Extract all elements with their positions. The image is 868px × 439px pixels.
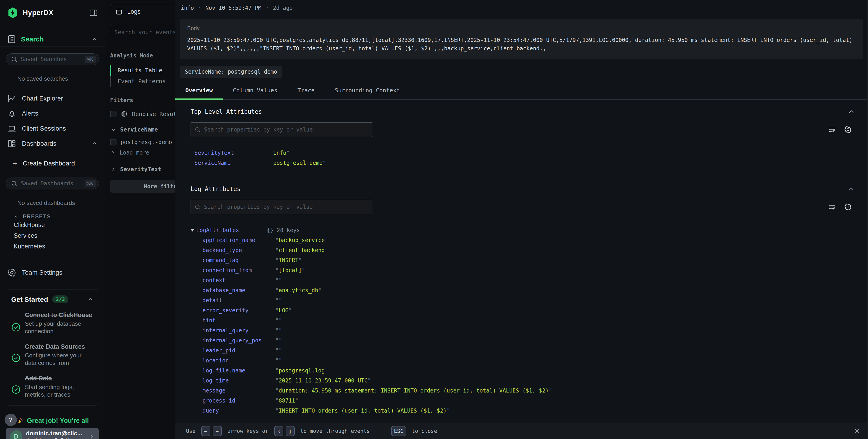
attribute-value[interactable]: "[local]" (275, 267, 305, 274)
denoise-checkbox-row[interactable]: Denoise Results (110, 110, 175, 118)
attribute-key[interactable]: detail (203, 297, 275, 304)
more-filters-button[interactable]: More filters (110, 180, 175, 193)
attribute-key[interactable]: query (203, 408, 275, 414)
attribute-value[interactable]: "postgresql.log" (275, 368, 328, 374)
attribute-value[interactable]: "INSERT" (275, 257, 302, 263)
preset-link[interactable]: Services (0, 230, 105, 241)
attribute-key[interactable]: hint (203, 317, 275, 324)
sidebar-item-client-sessions[interactable]: Client Sessions (0, 121, 105, 136)
attribute-row[interactable]: ServiceName "postgresql-demo" (175, 158, 868, 168)
attribute-row[interactable]: error_severity "LOG" (175, 306, 868, 315)
get-started-item[interactable]: Connect to ClickHouse Set up your databa… (11, 311, 94, 335)
event-search-field[interactable] (115, 29, 175, 36)
attribute-row[interactable]: command_tag "INSERT" (175, 255, 868, 265)
attribute-value[interactable]: "duration: 45.950 ms statement: INSERT I… (275, 387, 552, 394)
saved-dashboards-field[interactable] (21, 180, 82, 187)
attribute-row[interactable]: query "INSERT INTO orders (user_id, tota… (175, 406, 868, 416)
wrap-lines-icon[interactable] (828, 126, 836, 134)
attribute-key[interactable]: context (203, 277, 275, 284)
gear-icon[interactable] (844, 126, 852, 134)
presets-toggle[interactable]: PRESETS (0, 213, 105, 220)
attribute-row[interactable]: connection_from "[local]" (175, 265, 868, 275)
sidebar-item-alerts[interactable]: Alerts (0, 106, 105, 121)
attribute-value[interactable]: "" (275, 277, 282, 284)
attribute-row[interactable]: backend_type "client backend" (175, 245, 868, 255)
attribute-row[interactable]: detail "" (175, 295, 868, 306)
attribute-row[interactable]: location "" (175, 355, 868, 366)
source-select[interactable]: Logs (110, 4, 175, 19)
attribute-value[interactable]: "" (275, 327, 282, 334)
attribute-key[interactable]: connection_from (203, 267, 275, 274)
saved-searches-field[interactable] (21, 56, 82, 62)
mode-results-table[interactable]: Results Table (110, 65, 175, 76)
attribute-row[interactable]: leader_pid "" (175, 346, 868, 355)
chevron-up-icon[interactable] (847, 185, 855, 193)
attribute-key[interactable]: ServiceName (194, 160, 270, 166)
attribute-key[interactable]: LogAttributes (196, 227, 267, 233)
attribute-key[interactable]: log_time (203, 377, 275, 384)
filter-value-row[interactable]: postgresql-demo (110, 139, 175, 146)
filter-group-severitytext[interactable]: SeverityText (110, 166, 175, 173)
attribute-value[interactable]: "info" (270, 150, 290, 156)
saved-dashboards-input[interactable]: ⌘K (6, 178, 99, 189)
attribute-value[interactable]: "" (275, 337, 282, 344)
attribute-value[interactable]: "" (275, 357, 282, 364)
attribute-row[interactable]: database_name "analytics_db" (175, 285, 868, 295)
properties-search-field[interactable] (204, 126, 369, 133)
checkbox[interactable] (110, 139, 117, 146)
help-button[interactable]: ? (5, 414, 17, 426)
attribute-key[interactable]: log.file.name (203, 368, 275, 374)
attribute-value[interactable]: "INSERT INTO orders (user_id, total) VAL… (275, 408, 450, 414)
attribute-row[interactable]: internal_query "" (175, 325, 868, 336)
triangle-down-icon[interactable] (190, 229, 194, 231)
sidebar-collapse-icon[interactable] (89, 8, 98, 17)
preset-link[interactable]: ClickHouse (0, 220, 105, 230)
mode-event-patterns[interactable]: Event Patterns (110, 76, 175, 87)
attribute-key[interactable]: database_name (203, 287, 275, 293)
load-more-button[interactable]: Load more (110, 150, 175, 156)
saved-searches-input[interactable]: ⌘K (6, 53, 99, 65)
drawer-tab[interactable]: Overview (175, 87, 223, 99)
attribute-row[interactable]: SeverityText "info" (175, 148, 868, 158)
attribute-value[interactable]: "backup_service" (275, 237, 328, 244)
properties-search-input[interactable] (191, 122, 373, 137)
attribute-row[interactable]: application_name "backup_service" (175, 235, 868, 245)
attribute-key[interactable]: backend_type (203, 247, 275, 253)
attribute-key[interactable]: SeverityText (194, 150, 270, 156)
tree-root-row[interactable]: LogAttributes {} 28 keys (175, 225, 868, 235)
attribute-value[interactable]: "2025-11-10 23:59:47.000 UTC" (275, 377, 371, 384)
preset-link[interactable]: Kubernetes (0, 241, 105, 252)
service-name-tag[interactable]: ServiceName: postgresql-demo (180, 66, 282, 78)
user-menu[interactable]: D dominic.tran@clic... dominic.tran@clic… (6, 428, 99, 439)
attribute-key[interactable]: application_name (203, 237, 275, 244)
sidebar-item-search[interactable]: Search (0, 32, 105, 46)
attribute-key[interactable]: leader_pid (203, 347, 275, 354)
attribute-row[interactable]: internal_query_pos "" (175, 336, 868, 346)
attribute-row[interactable]: log.file.name "postgresql.log" (175, 366, 868, 376)
attribute-row[interactable]: process_id "88711" (175, 396, 868, 406)
attribute-value[interactable]: "" (275, 297, 282, 304)
body-log-text[interactable]: 2025-11-10 23:59:47.000 UTC,postgres,ana… (187, 36, 856, 53)
create-dashboard-button[interactable]: + Create Dashboard (0, 156, 105, 171)
get-started-header[interactable]: Get Started 3/3 (11, 295, 94, 303)
properties-search-input[interactable] (191, 200, 373, 214)
attribute-key[interactable]: error_severity (203, 307, 275, 314)
wrap-lines-icon[interactable] (828, 203, 836, 211)
attribute-value[interactable]: "" (275, 317, 282, 324)
attribute-row[interactable]: message "duration: 45.950 ms statement: … (175, 386, 868, 396)
gear-icon[interactable] (844, 203, 852, 211)
attribute-row[interactable]: context "" (175, 275, 868, 285)
attribute-key[interactable]: internal_query_pos (203, 337, 275, 344)
close-icon[interactable] (853, 427, 861, 435)
attribute-value[interactable]: "88711" (275, 398, 299, 404)
sidebar-item-team-settings[interactable]: Team Settings (0, 265, 105, 280)
drawer-tab[interactable]: Column Values (223, 87, 287, 99)
attribute-value[interactable]: "LOG" (275, 307, 292, 314)
chevron-up-icon[interactable] (847, 108, 855, 116)
drawer-tab[interactable]: Trace (287, 87, 324, 99)
properties-search-field[interactable] (204, 204, 369, 210)
filter-group-servicename[interactable]: ServiceName (110, 126, 175, 133)
attribute-key[interactable]: command_tag (203, 257, 275, 263)
checkbox[interactable] (110, 111, 117, 117)
brand[interactable]: HyperDX (7, 7, 89, 19)
